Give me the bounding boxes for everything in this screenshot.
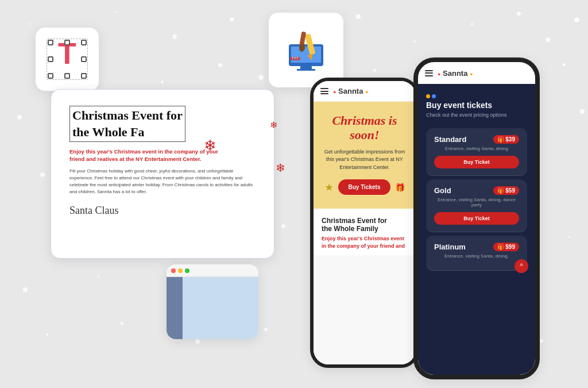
phone1-hero-title: Christmas is soon! [322, 113, 408, 143]
hamburger-line-3 [320, 93, 328, 94]
ticket-platinum-desc: Entrance, visiting Santa, dining, [434, 253, 519, 259]
doc-body: Fill your Christmas holiday with good ch… [69, 168, 256, 195]
ticket-platinum: Platinum 🎁 $99 Entrance, visiting Santa,… [426, 236, 527, 271]
handle-bottom-mid [64, 73, 70, 79]
hamburger-line-1 [320, 88, 328, 89]
hamburger-line-2 [320, 91, 328, 92]
ticket-standard-buy-btn[interactable]: Buy Ticket [434, 156, 519, 168]
svg-rect-9 [292, 57, 293, 59]
star-icon: ★ [324, 181, 334, 194]
phone2-hamburger-line-1 [425, 70, 433, 71]
phone1-section-subtitle: Enjoy this year's Christmas event in the… [322, 235, 408, 249]
doc-signature: Santa Claus [69, 205, 256, 217]
phone1-hero: Christmas is soon! Get unforgettable imp… [314, 102, 416, 209]
phone-1-inner: ● Sannta ● Christmas is soon! Get unforg… [314, 81, 416, 364]
phone1-hero-extras: ★ Buy Tickets 🎁 [322, 179, 408, 195]
phone1-hero-desc: Get unforgettable impressions from this … [322, 148, 408, 172]
browser-min-dot [178, 268, 183, 273]
status-dot-2 [432, 94, 436, 98]
design-tool-card [269, 13, 343, 87]
svg-rect-11 [297, 57, 298, 59]
scroll-up-btn[interactable]: ^ [514, 259, 528, 273]
handle-top-mid [64, 40, 70, 45]
phone-2-inner: ● Sannta ● Buy event tickets Check out t… [418, 62, 535, 375]
design-tool-icon [283, 27, 329, 73]
document-card: Christmas Event for the Whole Fa Enjoy t… [51, 89, 274, 259]
phone2-hamburger-icon [425, 70, 433, 76]
ticket-platinum-row: Platinum 🎁 $99 [434, 243, 519, 251]
phone1-hamburger-icon [320, 88, 328, 94]
t-icon-wrapper: T [47, 39, 88, 80]
snowflake-2: ❄ [276, 161, 285, 175]
ticket-standard-row: Standard 🎁 $39 [434, 135, 519, 144]
t-icon-card: T [36, 28, 99, 91]
browser-mock-card [167, 264, 258, 339]
doc-title-line1: Christmas Event for [72, 108, 183, 122]
handle-bottom-left [48, 73, 53, 79]
phone2-brand: ● Sannta ● [438, 69, 473, 78]
phone2-dots [426, 94, 527, 98]
ticket-gold-row: Gold 🎁 $59 [434, 186, 519, 195]
phone1-buy-btn[interactable]: Buy Tickets [338, 179, 391, 195]
phone1-brand: ● Sannta ● [333, 87, 368, 95]
browser-titlebar [167, 264, 258, 277]
browser-content [183, 277, 258, 339]
phone2-hero-subtitle: Check out the event pricing options [426, 112, 527, 118]
handle-top-left [48, 40, 53, 45]
handle-mid-left [48, 56, 53, 62]
svg-rect-2 [300, 66, 312, 69]
status-dot-1 [426, 94, 430, 98]
phone2-hamburger-line-2 [425, 72, 433, 74]
ticket-standard-name: Standard [434, 135, 466, 144]
svg-rect-10 [295, 57, 296, 59]
ticket-platinum-name: Platinum [434, 243, 466, 251]
phone-1-card: ● Sannta ● Christmas is soon! Get unforg… [310, 78, 419, 368]
ticket-standard-desc: Entrance, visiting Santa, dining [434, 146, 519, 151]
handle-mid-right [81, 56, 87, 62]
ticket-standard-price: 🎁 $39 [493, 135, 519, 144]
gift-icon: 🎁 [395, 183, 405, 192]
ticket-gold-buy-btn[interactable]: Buy Ticket [434, 212, 519, 225]
browser-close-dot [171, 268, 176, 273]
doc-title: Christmas Event for the Whole Fa [69, 106, 185, 142]
browser-max-dot [185, 268, 189, 273]
browser-body [167, 277, 258, 339]
doc-title-line2: the Whole Fa [72, 125, 144, 139]
phone1-section: Christmas Event for the Whole Family Enj… [314, 209, 416, 255]
ticket-standard: Standard 🎁 $39 Entrance, visiting Santa,… [426, 128, 527, 176]
phone2-hero: Buy event tickets Check out the event pr… [418, 84, 535, 280]
ticket-platinum-price: 🎁 $99 [493, 243, 519, 251]
handle-top-right [81, 40, 87, 45]
ticket-gold: Gold 🎁 $59 Entrance, visiting Santa, din… [426, 179, 527, 232]
ticket-gold-desc: Entrance, visiting Santa, dining, dance … [434, 197, 519, 208]
phone2-hero-title: Buy event tickets [426, 101, 527, 110]
ticket-gold-price: 🎁 $59 [493, 186, 519, 195]
doc-subtitle: Enjoy this year's Christmas event in the… [69, 148, 256, 163]
ticket-gold-name: Gold [434, 186, 451, 195]
phone1-section-title: Christmas Event for the Whole Family [322, 217, 408, 233]
svg-rect-3 [297, 69, 315, 71]
phone1-topbar: ● Sannta ● [314, 81, 416, 102]
phone2-hamburger-line-3 [425, 75, 433, 76]
phone2-topbar: ● Sannta ● [418, 62, 535, 84]
handle-bottom-right [81, 73, 87, 79]
phone-2-card: ● Sannta ● Buy event tickets Check out t… [413, 57, 540, 379]
browser-sidebar [167, 277, 183, 339]
